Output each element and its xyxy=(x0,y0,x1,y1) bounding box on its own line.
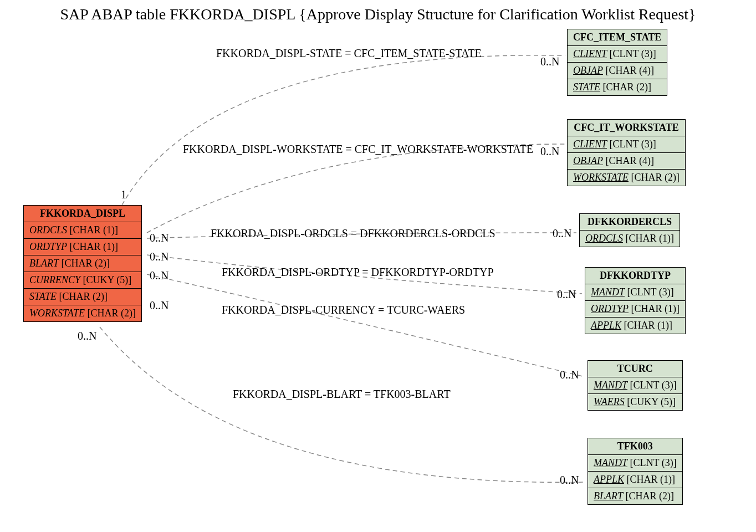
field-row: ORDCLS [CHAR (1)] xyxy=(24,222,141,239)
cardinality: 0..N xyxy=(540,145,559,158)
field-row: MANDT [CLNT (3)] xyxy=(585,284,685,301)
field-row: APPLK [CHAR (1)] xyxy=(588,472,682,488)
cardinality: 0..N xyxy=(150,269,168,282)
field-row: OBJAP [CHAR (4)] xyxy=(568,63,667,79)
entity-tfk003: TFK003 MANDT [CLNT (3)] APPLK [CHAR (1)]… xyxy=(588,438,683,505)
field-row: WORKSTATE [CHAR (2)] xyxy=(568,170,685,186)
entity-cfc-it-workstate: CFC_IT_WORKSTATE CLIENT [CLNT (3)] OBJAP… xyxy=(567,119,686,186)
relation-label: FKKORDA_DISPL-WORKSTATE = CFC_IT_WORKSTA… xyxy=(183,143,533,156)
entity-dfkkordercls: DFKKORDERCLS ORDCLS [CHAR (1)] xyxy=(579,213,680,247)
diagram-title: SAP ABAP table FKKORDA_DISPL {Approve Di… xyxy=(0,6,756,23)
relation-label: FKKORDA_DISPL-STATE = CFC_ITEM_STATE-STA… xyxy=(216,47,482,60)
entity-header: TFK003 xyxy=(588,438,682,455)
entity-cfc-item-state: CFC_ITEM_STATE CLIENT [CLNT (3)] OBJAP [… xyxy=(567,29,667,96)
cardinality: 0..N xyxy=(560,369,579,381)
entity-fkkorda-displ: FKKORDA_DISPL ORDCLS [CHAR (1)] ORDTYP [… xyxy=(23,205,142,322)
field-row: BLART [CHAR (2)] xyxy=(588,488,682,504)
cardinality: 0..N xyxy=(553,227,571,240)
entity-tcurc: TCURC MANDT [CLNT (3)] WAERS [CUKY (5)] xyxy=(588,360,683,411)
field-row: CLIENT [CLNT (3)] xyxy=(568,46,667,63)
cardinality: 0..N xyxy=(150,299,168,312)
field-row: ORDCLS [CHAR (1)] xyxy=(580,231,680,247)
cardinality: 0..N xyxy=(560,474,579,487)
field-row: OBJAP [CHAR (4)] xyxy=(568,153,685,170)
relation-label: FKKORDA_DISPL-ORDTYP = DFKKORDTYP-ORDTYP xyxy=(222,266,494,279)
field-row: CURRENCY [CUKY (5)] xyxy=(24,272,141,289)
relation-label: FKKORDA_DISPL-CURRENCY = TCURC-WAERS xyxy=(222,304,465,316)
cardinality: 0..N xyxy=(557,288,576,301)
field-row: APPLK [CHAR (1)] xyxy=(585,318,685,334)
cardinality: 1 xyxy=(121,188,126,201)
cardinality: 0..N xyxy=(150,232,168,244)
cardinality: 0..N xyxy=(150,250,168,263)
field-row: WAERS [CUKY (5)] xyxy=(588,394,682,410)
entity-dfkkordtyp: DFKKORDTYP MANDT [CLNT (3)] ORDTYP [CHAR… xyxy=(585,267,686,334)
field-row: ORDTYP [CHAR (1)] xyxy=(585,301,685,318)
entity-header: CFC_ITEM_STATE xyxy=(568,29,667,46)
entity-header: CFC_IT_WORKSTATE xyxy=(568,120,685,136)
relation-label: FKKORDA_DISPL-ORDCLS = DFKKORDERCLS-ORDC… xyxy=(211,227,496,240)
field-row: STATE [CHAR (2)] xyxy=(24,289,141,305)
entity-header: DFKKORDERCLS xyxy=(580,214,680,231)
field-row: MANDT [CLNT (3)] xyxy=(588,455,682,472)
field-row: CLIENT [CLNT (3)] xyxy=(568,136,685,153)
field-row: MANDT [CLNT (3)] xyxy=(588,377,682,394)
cardinality: 0..N xyxy=(78,330,96,342)
entity-header: TCURC xyxy=(588,361,682,377)
field-row: BLART [CHAR (2)] xyxy=(24,255,141,272)
field-row: ORDTYP [CHAR (1)] xyxy=(24,239,141,255)
entity-header: FKKORDA_DISPL xyxy=(24,206,141,222)
relation-label: FKKORDA_DISPL-BLART = TFK003-BLART xyxy=(233,388,451,401)
field-row: WORKSTATE [CHAR (2)] xyxy=(24,305,141,321)
cardinality: 0..N xyxy=(540,55,559,68)
entity-header: DFKKORDTYP xyxy=(585,268,685,284)
field-row: STATE [CHAR (2)] xyxy=(568,79,667,95)
